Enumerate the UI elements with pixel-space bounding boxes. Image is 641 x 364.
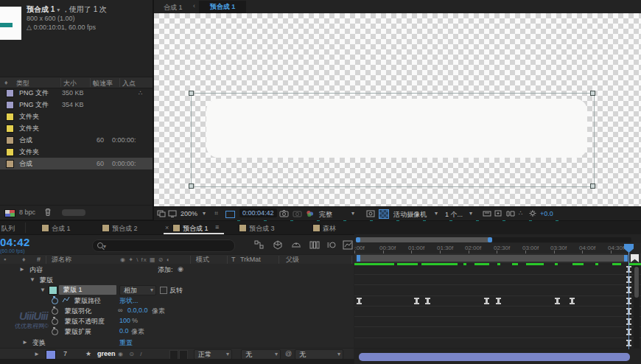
mask-opacity-label[interactable]: 蒙版不透明度 (65, 317, 105, 326)
tab-menu-icon[interactable]: ≡ (215, 223, 219, 231)
current-time-display[interactable]: 04:42 (0, 236, 30, 248)
trash-icon[interactable] (44, 208, 52, 218)
masks-twirl-icon[interactable]: ▼ (29, 276, 35, 283)
project-row-folder2[interactable]: 文件夹 (0, 122, 153, 134)
pixel-aspect-icon[interactable] (506, 210, 515, 219)
project-row-folder3[interactable]: 文件夹 (0, 146, 153, 158)
keyframe[interactable] (555, 298, 560, 304)
graph-editor-icon[interactable] (343, 240, 353, 251)
mask-expansion-value[interactable]: 0.0 (119, 327, 129, 335)
work-area-bar[interactable] (357, 255, 628, 262)
keyframe[interactable] (425, 298, 430, 304)
viewer-canvas[interactable] (154, 13, 641, 206)
view-count-caret-icon[interactable]: ▾ (469, 210, 472, 217)
mask-path-label[interactable]: 蒙版路径 (74, 296, 101, 306)
exposure-value[interactable]: +0.0 (540, 210, 553, 217)
mask-expansion-stopwatch-icon[interactable] (52, 329, 58, 335)
mask-path-value[interactable]: 形状... (119, 296, 139, 306)
tab-comp1[interactable]: 合成 1 (52, 224, 71, 234)
mask-opacity-value[interactable]: 100 (119, 317, 130, 324)
mask-mode-dropdown[interactable]: 相加 ▾ (119, 285, 156, 295)
breadcrumb-comp1[interactable]: 合成 1 (164, 3, 183, 13)
zoom-level-dropdown[interactable]: 200% (181, 210, 197, 217)
frame-blending-icon[interactable] (309, 240, 320, 251)
add-menu-icon[interactable]: ◉ (178, 265, 183, 273)
mini-flowchart-icon[interactable] (254, 240, 265, 251)
dual-view-icon[interactable] (157, 210, 166, 219)
transform-twirl-icon[interactable]: ► (22, 339, 28, 346)
tab-precomp2[interactable]: 预合成 2 (112, 224, 138, 234)
resolution-caret-icon[interactable]: ▾ (351, 210, 354, 217)
mask-feather-stopwatch-icon[interactable] (52, 308, 58, 315)
show-channels-rgb-icon[interactable] (305, 209, 315, 219)
mask-path-stopwatch-icon[interactable] (52, 298, 58, 304)
search-caret-icon[interactable]: ▾ (103, 243, 106, 250)
keyframe[interactable] (414, 298, 419, 304)
motion-blur-icon[interactable] (326, 240, 337, 251)
color-depth-icon[interactable] (4, 209, 15, 217)
layer-blend-mode-dropdown[interactable]: 正常 ▾ (194, 349, 232, 360)
label-swatch[interactable] (6, 101, 14, 109)
comp-marker-button[interactable] (631, 254, 639, 262)
navigator-start-handle[interactable] (356, 237, 360, 242)
masks-group-label[interactable]: 蒙版 (40, 276, 53, 285)
feather-link-icon[interactable]: ∞ (118, 307, 122, 314)
label-swatch[interactable] (6, 136, 14, 144)
layer-parent-dropdown[interactable]: 无 ▾ (295, 349, 343, 360)
tab-precomp1-active[interactable]: 预合成 1 (199, 1, 246, 13)
keyframe[interactable] (570, 298, 575, 304)
region-of-interest-icon[interactable] (225, 211, 235, 218)
layer-switches-icons[interactable]: ◉ ⊙ / (118, 351, 144, 357)
viewer-timecode[interactable]: 0:00:04:42 (239, 209, 277, 217)
camera-caret-icon[interactable]: ▾ (435, 210, 438, 217)
mask-path-graph-icon[interactable] (62, 296, 70, 305)
flowchart-icon[interactable]: ∴ (519, 209, 523, 217)
layer-row-green[interactable]: ► 7 ★ green ◉ ⊙ / 正常 ▾ 无 ▾ @ 无 ▾ (0, 348, 354, 360)
share-view-icon[interactable] (483, 210, 491, 219)
mask-opacity-stopwatch-icon[interactable] (52, 318, 58, 325)
bit-depth-label[interactable]: 8 bpc (19, 209, 35, 216)
time-navigator-thumb[interactable] (356, 237, 492, 242)
tab-forest[interactable]: 森林 (323, 224, 336, 234)
label-swatch[interactable] (6, 89, 14, 97)
snapshot-camera-icon[interactable] (279, 209, 289, 219)
transform-reset-link[interactable]: 重置 (119, 338, 133, 348)
selection-bounding-box[interactable] (191, 93, 595, 187)
draft-3d-icon[interactable] (273, 240, 283, 251)
time-ruler[interactable]: 0:00f 00:30f 01:00f 01:30f 02:00f 02:30f… (354, 243, 641, 254)
project-row-png1[interactable]: PNG 文件 350 KB ∴ (0, 87, 153, 99)
label-column-icon[interactable]: ♦ (4, 79, 8, 86)
exposure-gear-icon[interactable] (528, 209, 537, 219)
tab-close-icon[interactable]: × (165, 224, 169, 231)
transparency-grid-icon-active[interactable] (379, 209, 389, 219)
show-snapshot-icon[interactable] (293, 209, 302, 219)
footer-pill-button[interactable] (62, 209, 85, 216)
item-name-caret-icon[interactable]: ▾ (57, 7, 60, 13)
view-count-dropdown[interactable]: 1 个... (445, 210, 463, 220)
vertical-scrollbar-thumb[interactable] (634, 267, 639, 298)
mask-name-field[interactable]: 蒙版 1 (59, 285, 116, 295)
camera-view-dropdown[interactable]: 活动摄像机 (393, 210, 427, 220)
mask-expansion-label[interactable]: 蒙版扩展 (65, 327, 91, 337)
selection-handle-tl[interactable] (189, 91, 194, 96)
tab-render-queue[interactable]: 队列 (1, 224, 15, 234)
tab-precomp3[interactable]: 预合成 3 (249, 224, 275, 234)
fast-previews-icon[interactable] (366, 210, 375, 219)
keyframe[interactable] (357, 298, 362, 304)
keyframe[interactable] (496, 298, 501, 304)
search-input[interactable]: ▾ (92, 239, 235, 252)
layer-twirl-icon[interactable]: ► (34, 351, 40, 357)
monitor-icon[interactable] (168, 210, 177, 219)
label-swatch[interactable] (6, 160, 14, 168)
new-viewer-icon[interactable] (494, 210, 503, 219)
zoom-caret-icon[interactable]: ▾ (203, 210, 206, 217)
label-swatch[interactable] (6, 148, 14, 156)
track-rows[interactable] (354, 265, 633, 348)
project-row-comp-selected[interactable]: 合成 60 0:00:00: (0, 158, 153, 169)
work-area-end-handle[interactable] (624, 255, 628, 262)
layer-trkmat-dropdown[interactable]: 无 ▾ (241, 349, 281, 360)
resolution-dropdown[interactable]: 完整 (319, 210, 332, 220)
selection-handle-tr[interactable] (590, 91, 595, 96)
mask-invert-checkbox[interactable] (160, 287, 167, 294)
contents-label[interactable]: 内容 (29, 265, 43, 275)
